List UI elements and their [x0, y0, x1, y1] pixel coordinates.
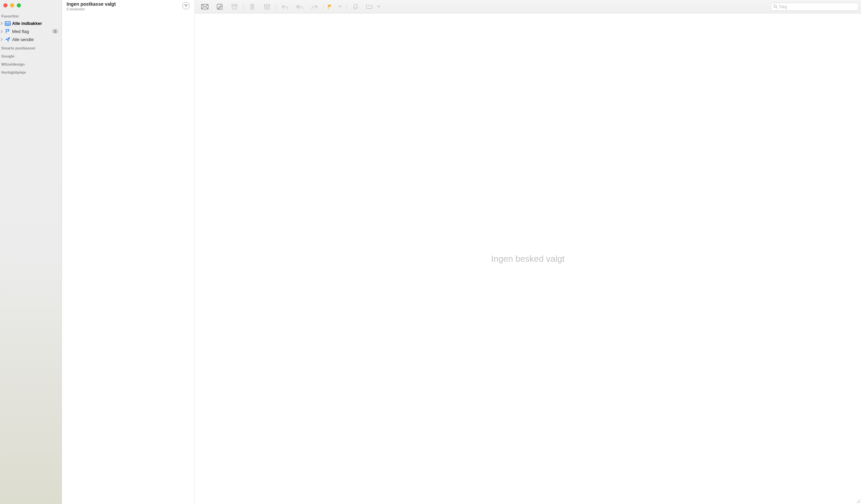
window-close-button[interactable] — [3, 3, 8, 8]
toolbar-separator — [346, 3, 347, 10]
move-menu-button[interactable] — [376, 1, 382, 12]
svg-line-12 — [776, 8, 778, 9]
junk-box-icon — [264, 4, 270, 10]
bell-icon — [353, 4, 358, 10]
search-field[interactable] — [771, 3, 858, 11]
flag-menu-button[interactable] — [335, 1, 345, 12]
mailbox-title: Ingen postkasse valgt — [67, 1, 116, 7]
search-icon — [773, 4, 778, 9]
paperplane-icon — [5, 37, 11, 42]
mute-button[interactable] — [348, 1, 363, 12]
toolbar-separator — [243, 3, 244, 10]
chevron-right-icon[interactable] — [0, 38, 3, 41]
toolbar — [195, 0, 861, 13]
chevron-right-icon[interactable] — [0, 30, 3, 33]
reply-all-arrow-icon — [296, 4, 303, 9]
reply-button[interactable] — [277, 1, 292, 12]
delete-button[interactable] — [245, 1, 260, 12]
resize-grip[interactable] — [856, 499, 860, 503]
filter-button[interactable] — [182, 2, 190, 10]
svg-rect-10 — [264, 4, 270, 6]
message-list-pane: Ingen postkasse valgt 0 beskeder — [62, 0, 195, 504]
filter-lines-icon — [184, 4, 188, 8]
content-pane: Ingen besked valgt — [195, 0, 861, 504]
square-pencil-icon — [217, 4, 223, 10]
chevron-right-icon[interactable] — [0, 22, 3, 25]
move-button[interactable] — [363, 1, 376, 12]
svg-line-15 — [859, 502, 860, 503]
compose-button[interactable] — [212, 1, 227, 12]
archivebox-icon — [231, 4, 237, 10]
message-viewer: Ingen besked valgt — [195, 13, 861, 504]
window-zoom-button[interactable] — [17, 3, 21, 8]
archive-button[interactable] — [227, 1, 242, 12]
sidebar-section-smart-mailboxes[interactable]: Smarte postkasser — [0, 43, 62, 52]
toolbar-separator — [323, 3, 324, 10]
sidebar-section-google[interactable]: Google — [0, 52, 62, 59]
sidebar-section-favorites[interactable]: Favoritter — [0, 11, 62, 19]
app-window: Favoritter Alle indbakker — [0, 0, 861, 504]
message-list-header: Ingen postkasse valgt 0 beskeder — [62, 0, 194, 11]
unread-badge: 5 — [52, 29, 58, 33]
sidebar-item-label: Alle sendte — [12, 37, 59, 42]
chevron-down-icon — [377, 5, 380, 8]
envelope-icon — [201, 4, 208, 10]
sidebar-item-all-inboxes[interactable]: Alle indbakker — [0, 19, 62, 27]
sidebar-section-witzeldesign[interactable]: Witzeldesign — [0, 59, 62, 68]
sidebar: Favoritter Alle indbakker — [0, 0, 62, 504]
reply-all-button[interactable] — [292, 1, 307, 12]
empty-state-text: Ingen besked valgt — [491, 254, 564, 264]
flag-icon — [5, 29, 11, 34]
trash-icon — [249, 4, 255, 10]
toolbar-separator — [276, 3, 276, 10]
sidebar-item-all-sent[interactable]: Alle sendte — [0, 35, 62, 43]
mailbox-message-count: 0 beskeder — [67, 7, 116, 11]
sidebar-item-label: Alle indbakker — [12, 21, 59, 26]
get-mail-button[interactable] — [197, 1, 212, 12]
folder-icon — [366, 4, 373, 9]
flag-fill-icon — [327, 4, 333, 10]
sidebar-item-flagged[interactable]: Med flag 5 — [0, 27, 62, 35]
chevron-down-icon — [338, 5, 342, 8]
reply-arrow-icon — [282, 4, 288, 9]
forward-arrow-icon — [311, 4, 318, 9]
search-input[interactable] — [779, 4, 856, 9]
inbox-tray-icon — [5, 21, 11, 26]
junk-button[interactable] — [260, 1, 274, 12]
flag-button[interactable] — [325, 1, 335, 12]
sidebar-item-label: Med flag — [12, 29, 51, 34]
window-minimize-button[interactable] — [10, 3, 14, 8]
sidebar-section-hurtigbilpleje[interactable]: Hurtigbilpleje — [0, 68, 62, 76]
forward-button[interactable] — [307, 1, 322, 12]
svg-rect-6 — [232, 4, 237, 6]
window-controls — [0, 1, 62, 11]
